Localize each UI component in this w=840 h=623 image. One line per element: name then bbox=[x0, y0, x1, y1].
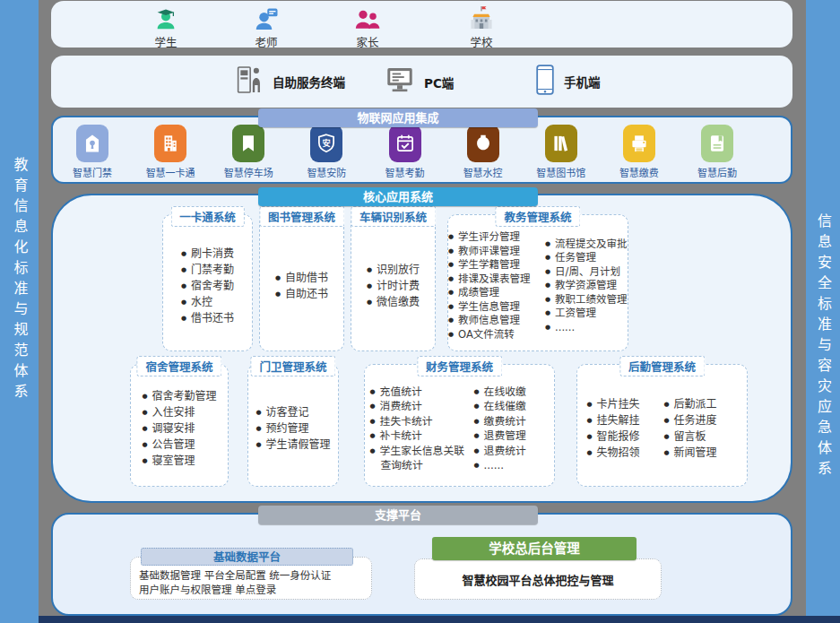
system-feature-columns: 宿舍考勤管理入住安排调寝安排公告管理寝室管理 bbox=[131, 365, 228, 486]
system-feature: 学生请假管理 bbox=[255, 437, 330, 453]
system-feature: 消费统计 bbox=[370, 399, 472, 414]
iot-module-label: 智慧图书馆 bbox=[536, 165, 585, 179]
iot-module-label: 智慧门禁 bbox=[73, 165, 112, 179]
iot-module-1: 智慧一卡通 bbox=[138, 125, 203, 179]
iot-module-label: 智慧安防 bbox=[307, 165, 346, 179]
support-section-header: 支撑平台 bbox=[258, 506, 538, 524]
system-feature-columns: 识别放行计时计费微信缴费 bbox=[351, 215, 435, 350]
system-feature: 智能报修 bbox=[587, 428, 662, 445]
system-feature: OA文件流转 bbox=[448, 328, 543, 342]
system-feature: 宿舍考勤 bbox=[181, 278, 234, 294]
iot-module-label: 智慧缴费 bbox=[619, 165, 659, 179]
system-feature-columns: 充值统计消费统计挂失卡统计补卡统计学生家长信息关联查询统计在线收缴在线催缴缴费统… bbox=[365, 365, 554, 486]
system-feature: 后勤派工 bbox=[664, 396, 738, 412]
bottom-base-bar bbox=[39, 616, 840, 623]
core-section-header: 核心应用系统 bbox=[258, 187, 538, 206]
system-feature-list: 后勤派工任务进度留言板新闻管理 bbox=[664, 396, 738, 461]
system-feature-list: 自助借书自助还书 bbox=[275, 270, 328, 302]
school-icon bbox=[467, 5, 496, 32]
system-feature: 排课及课表管理 bbox=[448, 273, 543, 287]
core-systems-panel: 一卡通系统刷卡消费门禁考勤宿舍考勤水控借书还书图书管理系统自助借书自助还书车辆识… bbox=[51, 194, 792, 503]
system-box-title: 车辆识别系统 bbox=[351, 206, 436, 227]
user-role-0: 学生 bbox=[152, 5, 179, 50]
terminal-label: 自助服务终端 bbox=[273, 73, 345, 91]
user-role-label: 学校 bbox=[470, 33, 492, 50]
system-feature: 留言板 bbox=[664, 428, 738, 445]
payment-icon bbox=[623, 125, 655, 162]
user-role-3: 学校 bbox=[467, 5, 496, 50]
terminal-0: 自助服务终端 bbox=[235, 64, 345, 100]
iot-module-label: 智慧后勤 bbox=[697, 165, 737, 179]
user-role-label: 家长 bbox=[356, 33, 378, 50]
system-box-title: 一卡通系统 bbox=[170, 206, 245, 227]
system-feature: 补卡统计 bbox=[370, 428, 472, 444]
iot-module-7: 智慧缴费 bbox=[607, 125, 671, 179]
door-access-icon bbox=[76, 125, 108, 162]
core-system-box-5: 门卫管理系统访客登记预约管理学生请假管理 bbox=[247, 364, 339, 487]
system-feature: 退费统计 bbox=[474, 444, 550, 459]
iot-module-label: 智慧一卡通 bbox=[146, 165, 195, 179]
parents-icon bbox=[354, 5, 381, 32]
system-feature: 成绩管理 bbox=[448, 286, 543, 300]
school-admin-backend-box: 智慧校园平台总体把控与管理 bbox=[414, 558, 662, 600]
system-feature: 流程提交及审批 bbox=[545, 238, 628, 252]
core-system-box-7: 后勤管理系统卡片挂失挂失解挂智能报修失物招领后勤派工任务进度留言板新闻管理 bbox=[576, 364, 748, 487]
system-feature: 充值统计 bbox=[370, 385, 472, 400]
core-system-box-2: 车辆识别系统识别放行计时计费微信缴费 bbox=[351, 214, 436, 351]
iot-module-2: 智慧停车场 bbox=[216, 125, 281, 179]
system-feature: 微信缴费 bbox=[367, 294, 420, 310]
iot-section-header: 物联网应用集成 bbox=[258, 108, 538, 127]
system-feature: 挂失解挂 bbox=[587, 412, 662, 428]
system-feature: 入住安排 bbox=[142, 404, 216, 420]
pc-icon bbox=[385, 66, 415, 98]
system-box-title: 门卫管理系统 bbox=[250, 356, 335, 376]
system-feature: 自助借书 bbox=[275, 270, 328, 286]
system-feature: 学生学籍管理 bbox=[448, 258, 543, 273]
core-system-box-3: 教务管理系统学生评分管理教师评课管理学生学籍管理排课及课表管理成绩管理学生信息管… bbox=[447, 214, 628, 351]
system-feature-list: 访客登记预约管理学生请假管理 bbox=[255, 404, 330, 453]
system-feature: 工资管理 bbox=[545, 307, 628, 321]
system-feature: 学生家长信息关联查询统计 bbox=[370, 444, 472, 473]
terminal-label: 手机端 bbox=[564, 73, 601, 91]
system-feature-columns: 刷卡消费门禁考勤宿舍考勤水控借书还书 bbox=[163, 215, 252, 350]
core-system-box-1: 图书管理系统自助借书自助还书 bbox=[259, 214, 344, 351]
system-feature: 在线收缴 bbox=[474, 385, 550, 400]
system-feature-list: 在线收缴在线催缴缴费统计退费管理退费统计...... bbox=[474, 385, 550, 473]
school-admin-backend-title: 学校总后台管理 bbox=[432, 537, 636, 560]
core-system-box-6: 财务管理系统充值统计消费统计挂失卡统计补卡统计学生家长信息关联查询统计在线收缴在… bbox=[364, 364, 555, 487]
iot-module-8: 智慧后勤 bbox=[685, 125, 749, 179]
terminal-label: PC端 bbox=[424, 73, 454, 91]
system-feature: 访客登记 bbox=[255, 404, 330, 420]
system-feature-list: 流程提交及审批任务管理日/周、月计划教学资源管理教职工绩效管理工资管理.....… bbox=[545, 238, 628, 335]
user-role-label: 学生 bbox=[154, 33, 177, 50]
system-feature: 调寝安排 bbox=[142, 420, 216, 437]
system-feature: 任务进度 bbox=[664, 412, 738, 428]
student-icon bbox=[152, 5, 179, 32]
system-feature: 教师评课管理 bbox=[448, 245, 543, 259]
system-feature-columns: 卡片挂失挂失解挂智能报修失物招领后勤派工任务进度留言板新闻管理 bbox=[577, 365, 747, 486]
attendance-calendar-icon bbox=[389, 125, 421, 162]
system-feature-list: 卡片挂失挂失解挂智能报修失物招领 bbox=[587, 396, 662, 461]
onecard-icon bbox=[154, 125, 186, 162]
user-role-label: 老师 bbox=[255, 33, 277, 50]
terminal-1: PC端 bbox=[385, 66, 454, 98]
system-feature-columns: 学生评分管理教师评课管理学生学籍管理排课及课表管理成绩管理学生信息管理教师信息管… bbox=[448, 215, 628, 350]
smart-campus-architecture-diagram: 教育信息化标准与规范体系 信息安全标准与容灾应急体系 学生老师家长学校 自助服务… bbox=[0, 0, 840, 623]
system-feature: 教师信息管理 bbox=[448, 314, 543, 328]
iot-module-label: 智慧停车场 bbox=[224, 165, 273, 179]
system-feature: 水控 bbox=[181, 294, 234, 310]
system-feature: 日/周、月计划 bbox=[545, 265, 628, 280]
iot-module-4: 智慧考勤 bbox=[373, 125, 437, 179]
support-platform-panel: 基础数据平台 基础数据管理 平台全局配置 统一身份认证 用户账户与权限管理 单点… bbox=[51, 513, 792, 616]
system-feature-list: 刷卡消费门禁考勤宿舍考勤水控借书还书 bbox=[181, 246, 234, 326]
user-role-1: 老师 bbox=[253, 5, 280, 50]
system-feature: 新闻管理 bbox=[664, 445, 738, 461]
right-security-pillar: 信息安全标准与容灾应急体系 bbox=[806, 0, 840, 623]
users-panel: 学生老师家长学校 bbox=[51, 1, 792, 48]
water-control-icon bbox=[467, 125, 499, 162]
system-feature: 学生评分管理 bbox=[448, 230, 543, 245]
system-feature: 借书还书 bbox=[181, 310, 234, 326]
system-feature: ...... bbox=[545, 321, 628, 335]
svg-text:安: 安 bbox=[323, 138, 331, 148]
system-feature: 缴费统计 bbox=[474, 414, 550, 429]
